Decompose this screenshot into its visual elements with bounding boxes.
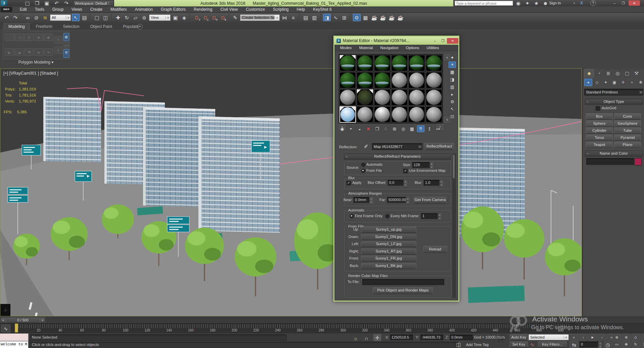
- rendered-frame-icon[interactable]: ▦: [362, 14, 369, 21]
- sample-type-icon[interactable]: ●: [449, 54, 456, 61]
- element-mode-button[interactable]: ●: [44, 48, 53, 56]
- map-type-button[interactable]: Reflect/Refract: [424, 143, 454, 150]
- maximize-viewport-icon[interactable]: ❐: [641, 341, 644, 348]
- mini-curve-editor-icon[interactable]: ∿: [1, 324, 10, 333]
- ribbon-tab-freeform[interactable]: Freeform: [31, 23, 57, 30]
- communication-center-icon[interactable]: ✦: [523, 0, 531, 7]
- ribbon-tab-object-paint[interactable]: Object Paint: [86, 23, 117, 30]
- show-end-result-button[interactable]: ⇈: [63, 49, 69, 58]
- select-by-material-icon[interactable]: ↖: [449, 106, 456, 112]
- cubemap-file-button[interactable]: Sunny1_DN.jpg: [361, 234, 416, 240]
- shapes-icon[interactable]: ◇: [593, 79, 601, 86]
- material-sample-slot[interactable]: [339, 89, 356, 106]
- polygon-modeling-label[interactable]: Polygon Modeling ▾: [3, 60, 69, 65]
- viewport-label[interactable]: [+] [VRayCam001 ] [Shaded ]: [3, 71, 58, 76]
- material-editor-titlebar[interactable]: 3 Material Editor - Material #209764... …: [334, 37, 458, 45]
- select-place-icon[interactable]: ⊚: [140, 14, 148, 21]
- material-sample-slot[interactable]: [408, 89, 425, 106]
- building[interactable]: [43, 97, 101, 162]
- hinge-button[interactable]: ∂: [24, 34, 34, 41]
- material-sample-slot[interactable]: [426, 89, 442, 106]
- maxscript-listener-white[interactable]: Welcome to M: [0, 341, 28, 348]
- create-tube-button[interactable]: Tube: [614, 127, 641, 134]
- geometry-icon[interactable]: ●: [584, 79, 592, 86]
- create-torus-button[interactable]: Torus: [586, 134, 613, 141]
- reference-coord-dropdown[interactable]: View∨: [149, 14, 171, 21]
- pick-object-render-button[interactable]: Pick Object and Render Maps: [373, 287, 433, 294]
- use-center-icon[interactable]: ▣: [172, 14, 179, 21]
- rotate-icon[interactable]: ↻: [123, 14, 131, 21]
- video-color-check-icon[interactable]: ▥: [449, 84, 456, 90]
- favorites-icon[interactable]: ★: [533, 0, 540, 7]
- blur-amount-spinner[interactable]: ▲▼: [440, 180, 443, 186]
- frame-spinner[interactable]: ▲▼: [598, 342, 602, 348]
- app-logo-icon[interactable]: 3: [1, 0, 7, 6]
- create-cylinder-button[interactable]: Cylinder: [586, 127, 613, 134]
- key-mode-toggle-icon[interactable]: ⇆: [569, 341, 579, 348]
- selection-set-filter-dropdown[interactable]: Selected∨: [528, 334, 569, 340]
- quad-button[interactable]: ■: [34, 34, 43, 41]
- close-button[interactable]: ✕: [629, 0, 640, 6]
- menu-edit[interactable]: Edit: [16, 7, 31, 12]
- open-file-icon[interactable]: ❒: [33, 0, 41, 7]
- zoom-all-icon[interactable]: ⊛: [622, 334, 631, 341]
- tweak-button[interactable]: ◁: [14, 34, 24, 41]
- angle-snap-icon[interactable]: Ω∠: [201, 14, 209, 21]
- material-sample-slot[interactable]: [408, 72, 425, 88]
- nth-frame-spinner[interactable]: ▲▼: [438, 213, 442, 220]
- get-material-icon[interactable]: ◉: [338, 125, 346, 132]
- source-fromfile-radio[interactable]: [361, 169, 365, 173]
- menu-animation[interactable]: Animation: [131, 7, 156, 12]
- zoom-icon[interactable]: ⊕: [612, 334, 621, 341]
- create-box-button[interactable]: Box: [586, 113, 613, 120]
- adaptive-degradation-icon[interactable]: ◫: [455, 341, 462, 347]
- material-map-navigator-icon[interactable]: ⊡: [449, 113, 456, 120]
- spinner-snap-icon[interactable]: Ω⇅: [219, 14, 227, 21]
- ribbon-toggle-icon[interactable]: ▾: [137, 24, 143, 30]
- unlink-icon[interactable]: ⊘: [33, 14, 40, 21]
- near-field[interactable]: 0.0mm: [354, 197, 370, 203]
- create-pyramid-button[interactable]: Pyramid: [614, 134, 641, 141]
- material-sample-slot[interactable]: [339, 106, 356, 123]
- menu-graph-editors[interactable]: Graph Editors: [157, 7, 189, 12]
- next-frame-icon[interactable]: ›: [598, 334, 606, 341]
- display-tab-icon[interactable]: ▢: [623, 69, 632, 77]
- zoom-extents-all-icon[interactable]: ❖: [641, 334, 644, 341]
- reload-button[interactable]: Reload: [423, 246, 447, 253]
- cubemap-file-button[interactable]: Sunny1_LF.jpg: [361, 241, 416, 247]
- layer-properties-icon[interactable]: ▥: [311, 14, 318, 21]
- autogrid-checkbox[interactable]: [596, 106, 600, 111]
- menu-rendering[interactable]: Rendering: [190, 7, 216, 12]
- selection-lock-icon[interactable]: ∩: [363, 335, 370, 342]
- backlight-icon[interactable]: ☀: [449, 62, 456, 68]
- utilities-tab-icon[interactable]: ⚒: [632, 69, 641, 77]
- pin-stack-button[interactable]: ⊶: [63, 42, 69, 48]
- create-cone-button[interactable]: Cone: [614, 113, 641, 120]
- viewport[interactable]: [+] [VRayCam001 ] [Shaded ] Total Polys:…: [0, 68, 582, 316]
- me-menu-options[interactable]: Options: [403, 46, 422, 50]
- show-end-result-icon[interactable]: ⇈: [417, 125, 424, 132]
- blur-offset-field[interactable]: 0.0: [388, 180, 405, 186]
- select-by-name-icon[interactable]: ▤: [81, 14, 88, 21]
- blur-offset-spinner[interactable]: ▲▼: [404, 180, 407, 186]
- size-field[interactable]: 128: [412, 162, 430, 168]
- material-sample-slot[interactable]: [408, 55, 425, 71]
- blur-apply-checkbox[interactable]: ✓: [347, 181, 351, 185]
- zoom-extents-icon[interactable]: ◇: [631, 334, 640, 341]
- play-icon[interactable]: ►: [588, 334, 597, 341]
- cubemap-file-button[interactable]: Sunny1_up.jpg: [361, 227, 416, 233]
- cubemap-file-button[interactable]: Sunny1_BK.jpg: [361, 263, 416, 269]
- render-setup-icon[interactable]: ⚙: [353, 14, 361, 21]
- scene-explorer-icon[interactable]: ◨: [323, 14, 331, 21]
- material-sample-slot[interactable]: [426, 106, 442, 123]
- far-spinner[interactable]: ▲▼: [406, 197, 410, 203]
- select-link-icon[interactable]: ∞: [24, 14, 32, 21]
- edge-mode-button[interactable]: ◢: [14, 48, 24, 56]
- sign-in-user-icon[interactable]: ☻: [542, 0, 549, 7]
- layer-manager-icon[interactable]: ▤: [302, 14, 310, 21]
- material-sample-slot[interactable]: [339, 72, 356, 88]
- dialog-restore-button[interactable]: ❐: [439, 38, 447, 44]
- cameras-icon[interactable]: ▣: [610, 79, 618, 86]
- menu-modifiers[interactable]: Modifiers: [107, 7, 131, 12]
- key-filters-button[interactable]: Key Filters...: [538, 341, 567, 348]
